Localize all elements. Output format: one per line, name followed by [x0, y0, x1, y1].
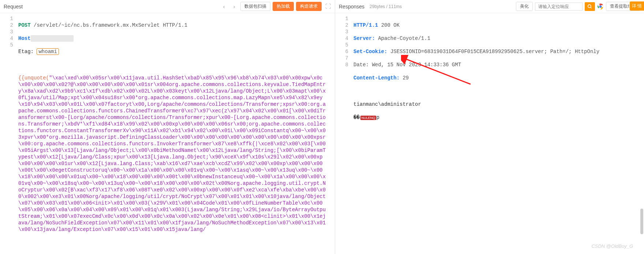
template-open: {{unquote(	[18, 75, 49, 81]
construct-button[interactable]: 构造请求	[296, 2, 322, 11]
etag-header: Etag	[18, 49, 31, 55]
response-title: Responses	[339, 4, 364, 10]
http-method: POST	[18, 22, 31, 28]
response-body-line: tianmanc\administrator	[353, 101, 421, 107]
next-button[interactable]: ›	[230, 3, 238, 11]
request-gutter: 12345	[0, 15, 18, 254]
host-value-blurred: : ████████████	[31, 35, 74, 42]
response-panel: Responses 29bytes / 111ms 美化 查看提取结果 详 情 …	[335, 0, 644, 254]
response-editor[interactable]: 12345678 HTTP/1.1 200 OK Server: Apache-…	[335, 13, 644, 254]
response-search-input[interactable]	[535, 3, 583, 11]
request-path: /servlet/~ic/nc.bs.framework.mx.MxServle…	[34, 22, 160, 28]
response-header: Responses 29bytes / 111ms 美化 查看提取结果	[335, 0, 644, 13]
request-header: Request ‹ › 数据包扫描 热加载 构造请求 ⛶	[0, 0, 335, 13]
prev-button[interactable]: ‹	[220, 3, 228, 11]
request-title: Request	[4, 4, 23, 10]
request-editor[interactable]: 12345 POST /servlet/~ic/nc.bs.framework.…	[0, 13, 335, 254]
hotload-button[interactable]: 热加载	[273, 2, 294, 11]
detail-button[interactable]: 详 情	[630, 1, 644, 11]
search-icon	[587, 4, 592, 9]
beautify-button[interactable]: 美化	[516, 2, 533, 11]
watermark: CSDN @OldBoy_G	[591, 243, 633, 249]
request-panel: Request ‹ › 数据包扫描 热加载 构造请求 ⛶ 12345 POST …	[0, 0, 335, 254]
response-gutter: 12345678	[335, 15, 353, 254]
chrome-icon[interactable]	[597, 3, 604, 10]
payload-body: "\xac\xed\x00\x05sr\x00\x11java.util.Has…	[18, 75, 326, 232]
response-stats: 29bytes / 111ms	[370, 4, 402, 9]
svg-line-1	[591, 7, 592, 8]
search-button[interactable]	[585, 2, 595, 11]
response-code[interactable]: HTTP/1.1 200 OK Server: Apache-Coyote/1.…	[353, 15, 644, 254]
host-header: Host	[18, 36, 31, 41]
svg-point-0	[588, 4, 591, 7]
expand-icon[interactable]: ⛶	[325, 3, 331, 10]
nul-badge: NULENQ	[360, 116, 377, 120]
scan-button[interactable]: 数据包扫描	[240, 2, 270, 11]
etag-value: whoami	[37, 48, 59, 55]
request-code[interactable]: POST /servlet/~ic/nc.bs.framework.mx.MxS…	[18, 15, 335, 254]
